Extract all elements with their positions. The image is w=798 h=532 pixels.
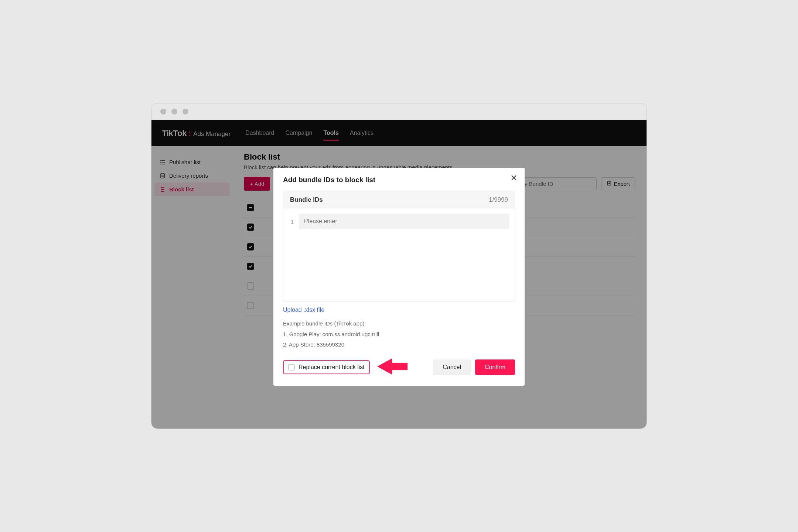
traffic-close[interactable] (160, 109, 166, 115)
modal-overlay[interactable]: Add bundle IDs to block list Bundle IDs … (151, 120, 647, 429)
example-heading: Example bundle IDs (TikTok app): (283, 318, 515, 329)
example-line: 2. App Store: 835599320 (283, 340, 515, 350)
confirm-button[interactable]: Confirm (475, 359, 515, 375)
traffic-maximize[interactable] (183, 109, 188, 115)
traffic-minimize[interactable] (171, 109, 177, 115)
bundle-ids-header: Bundle IDs 1/9999 (283, 191, 515, 209)
example-block: Example bundle IDs (TikTok app): 1. Goog… (283, 318, 515, 350)
replace-label: Replace current block list (299, 364, 365, 371)
bundle-id-row: 1 (283, 209, 515, 233)
bundle-ids-label: Bundle IDs (290, 196, 323, 204)
browser-titlebar (151, 103, 647, 120)
row-number: 1 (289, 218, 294, 225)
add-bundle-modal: Add bundle IDs to block list Bundle IDs … (273, 168, 525, 386)
browser-frame: TikTok: Ads Manager Dashboard Campaign T… (151, 103, 647, 429)
replace-checkbox-wrap[interactable]: Replace current block list (283, 360, 370, 374)
arrow-callout-icon (377, 358, 407, 376)
modal-footer: Replace current block list Cancel Confir… (283, 358, 515, 376)
bundle-ids-count: 1/9999 (489, 196, 508, 204)
modal-title: Add bundle IDs to block list (283, 176, 515, 184)
close-button[interactable] (511, 174, 517, 183)
replace-checkbox[interactable] (288, 364, 295, 371)
cancel-button[interactable]: Cancel (433, 359, 471, 375)
example-line: 1. Google Play: com.ss.android.ugc.trill (283, 329, 515, 340)
upload-xlsx-link[interactable]: Upload .xlsx file (283, 307, 324, 313)
bundle-id-input[interactable] (299, 214, 509, 229)
bundle-ids-box: Bundle IDs 1/9999 1 (283, 191, 515, 301)
